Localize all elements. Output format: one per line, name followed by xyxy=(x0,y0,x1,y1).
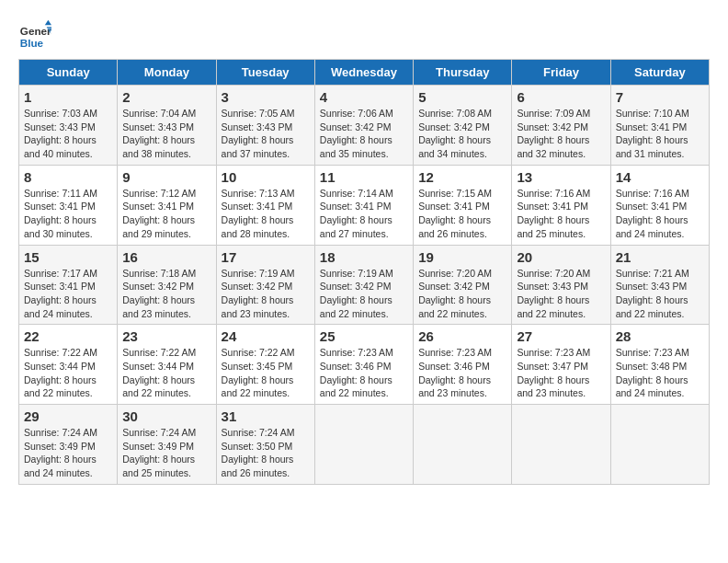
sunrise-text: Sunrise: 7:20 AM xyxy=(517,268,590,279)
sunrise-text: Sunrise: 7:24 AM xyxy=(122,427,196,438)
daylight-text: Daylight: 8 hours and 25 minutes. xyxy=(122,454,195,478)
daylight-text: Daylight: 8 hours and 24 minutes. xyxy=(616,374,688,399)
calendar-cell: 5 Sunrise: 7:08 AM Sunset: 3:42 PM Dayli… xyxy=(414,86,512,166)
sunset-text: Sunset: 3:47 PM xyxy=(517,361,588,372)
sunrise-text: Sunrise: 7:08 AM xyxy=(418,108,492,119)
daylight-text: Daylight: 8 hours and 40 minutes. xyxy=(24,134,97,159)
day-number: 20 xyxy=(517,249,605,265)
day-number: 9 xyxy=(122,169,210,185)
sunrise-text: Sunrise: 7:23 AM xyxy=(517,347,590,358)
sunset-text: Sunset: 3:46 PM xyxy=(418,361,490,372)
sunrise-text: Sunrise: 7:04 AM xyxy=(122,108,196,119)
day-number: 29 xyxy=(24,408,112,424)
page-header: General Blue xyxy=(18,18,710,52)
sunrise-text: Sunrise: 7:21 AM xyxy=(616,268,689,279)
svg-text:Blue: Blue xyxy=(20,37,44,49)
sunset-text: Sunset: 3:49 PM xyxy=(122,441,194,452)
daylight-text: Daylight: 8 hours and 31 minutes. xyxy=(616,134,688,159)
day-number: 26 xyxy=(418,328,506,344)
sunrise-text: Sunrise: 7:06 AM xyxy=(320,108,393,119)
day-number: 13 xyxy=(517,169,605,185)
sunrise-text: Sunrise: 7:22 AM xyxy=(222,347,295,358)
sunset-text: Sunset: 3:44 PM xyxy=(24,361,96,372)
calendar-row: 8 Sunrise: 7:11 AM Sunset: 3:41 PM Dayli… xyxy=(19,165,710,245)
calendar-cell xyxy=(610,405,709,485)
daylight-text: Daylight: 8 hours and 22 minutes. xyxy=(24,374,97,399)
sunset-text: Sunset: 3:43 PM xyxy=(122,121,194,132)
sunset-text: Sunset: 3:48 PM xyxy=(616,361,688,372)
day-number: 28 xyxy=(616,328,704,344)
day-number: 6 xyxy=(517,89,605,105)
sunset-text: Sunset: 3:46 PM xyxy=(320,361,392,372)
day-number: 31 xyxy=(222,408,310,424)
calendar-cell: 16 Sunrise: 7:18 AM Sunset: 3:42 PM Dayl… xyxy=(118,245,216,325)
calendar-cell: 30 Sunrise: 7:24 AM Sunset: 3:49 PM Dayl… xyxy=(118,405,216,485)
sunset-text: Sunset: 3:42 PM xyxy=(517,121,588,132)
daylight-text: Daylight: 8 hours and 24 minutes. xyxy=(24,294,97,319)
daylight-text: Daylight: 8 hours and 26 minutes. xyxy=(222,454,294,478)
calendar-cell: 8 Sunrise: 7:11 AM Sunset: 3:41 PM Dayli… xyxy=(19,165,118,245)
daylight-text: Daylight: 8 hours and 23 minutes. xyxy=(418,374,491,399)
sunset-text: Sunset: 3:41 PM xyxy=(24,201,96,212)
sunset-text: Sunset: 3:41 PM xyxy=(418,201,490,212)
sunrise-text: Sunrise: 7:16 AM xyxy=(616,188,689,199)
daylight-text: Daylight: 8 hours and 24 minutes. xyxy=(616,214,688,239)
sunset-text: Sunset: 3:42 PM xyxy=(122,281,194,292)
sunrise-text: Sunrise: 7:24 AM xyxy=(24,427,97,438)
calendar-cell: 4 Sunrise: 7:06 AM Sunset: 3:42 PM Dayli… xyxy=(314,86,413,166)
daylight-text: Daylight: 8 hours and 23 minutes. xyxy=(222,294,294,319)
sunset-text: Sunset: 3:41 PM xyxy=(24,281,96,292)
calendar-cell: 1 Sunrise: 7:03 AM Sunset: 3:43 PM Dayli… xyxy=(19,86,118,166)
sunrise-text: Sunrise: 7:19 AM xyxy=(222,268,295,279)
calendar-cell xyxy=(414,405,512,485)
day-number: 30 xyxy=(122,408,210,424)
sunrise-text: Sunrise: 7:10 AM xyxy=(616,108,689,119)
sunset-text: Sunset: 3:42 PM xyxy=(320,281,392,292)
daylight-text: Daylight: 8 hours and 26 minutes. xyxy=(418,214,491,239)
sunrise-text: Sunrise: 7:05 AM xyxy=(222,108,295,119)
daylight-text: Daylight: 8 hours and 22 minutes. xyxy=(122,374,195,399)
calendar-row: 22 Sunrise: 7:22 AM Sunset: 3:44 PM Dayl… xyxy=(19,325,710,405)
sunset-text: Sunset: 3:42 PM xyxy=(320,121,392,132)
daylight-text: Daylight: 8 hours and 22 minutes. xyxy=(517,294,589,319)
sunrise-text: Sunrise: 7:19 AM xyxy=(320,268,393,279)
svg-text:General: General xyxy=(20,25,51,37)
sunrise-text: Sunrise: 7:24 AM xyxy=(222,427,295,438)
day-number: 16 xyxy=(122,249,210,265)
daylight-text: Daylight: 8 hours and 30 minutes. xyxy=(24,214,97,239)
calendar-cell: 13 Sunrise: 7:16 AM Sunset: 3:41 PM Dayl… xyxy=(512,165,610,245)
daylight-text: Daylight: 8 hours and 22 minutes. xyxy=(616,294,688,319)
calendar-cell: 20 Sunrise: 7:20 AM Sunset: 3:43 PM Dayl… xyxy=(512,245,610,325)
sunset-text: Sunset: 3:41 PM xyxy=(616,201,688,212)
sunset-text: Sunset: 3:41 PM xyxy=(222,201,293,212)
day-number: 14 xyxy=(616,169,704,185)
day-number: 21 xyxy=(616,249,704,265)
sunset-text: Sunset: 3:43 PM xyxy=(24,121,96,132)
sunrise-text: Sunrise: 7:03 AM xyxy=(24,108,97,119)
column-header-sunday: Sunday xyxy=(19,60,118,86)
sunrise-text: Sunrise: 7:23 AM xyxy=(320,347,393,358)
daylight-text: Daylight: 8 hours and 22 minutes. xyxy=(418,294,491,319)
sunset-text: Sunset: 3:41 PM xyxy=(122,201,194,212)
calendar-cell: 25 Sunrise: 7:23 AM Sunset: 3:46 PM Dayl… xyxy=(314,325,413,405)
column-header-monday: Monday xyxy=(118,60,216,86)
column-header-friday: Friday xyxy=(512,60,610,86)
sunrise-text: Sunrise: 7:23 AM xyxy=(418,347,492,358)
column-header-saturday: Saturday xyxy=(610,60,709,86)
sunset-text: Sunset: 3:50 PM xyxy=(222,441,293,452)
calendar-row: 29 Sunrise: 7:24 AM Sunset: 3:49 PM Dayl… xyxy=(19,405,710,485)
sunrise-text: Sunrise: 7:15 AM xyxy=(418,188,492,199)
day-number: 10 xyxy=(222,169,310,185)
sunset-text: Sunset: 3:42 PM xyxy=(418,121,490,132)
day-number: 17 xyxy=(222,249,310,265)
daylight-text: Daylight: 8 hours and 25 minutes. xyxy=(517,214,589,239)
calendar-cell: 22 Sunrise: 7:22 AM Sunset: 3:44 PM Dayl… xyxy=(19,325,118,405)
daylight-text: Daylight: 8 hours and 28 minutes. xyxy=(222,214,294,239)
sunrise-text: Sunrise: 7:18 AM xyxy=(122,268,196,279)
calendar-cell: 21 Sunrise: 7:21 AM Sunset: 3:43 PM Dayl… xyxy=(610,245,709,325)
calendar-cell: 14 Sunrise: 7:16 AM Sunset: 3:41 PM Dayl… xyxy=(610,165,709,245)
sunrise-text: Sunrise: 7:23 AM xyxy=(616,347,689,358)
sunrise-text: Sunrise: 7:09 AM xyxy=(517,108,590,119)
sunrise-text: Sunrise: 7:14 AM xyxy=(320,188,393,199)
daylight-text: Daylight: 8 hours and 22 minutes. xyxy=(320,294,392,319)
